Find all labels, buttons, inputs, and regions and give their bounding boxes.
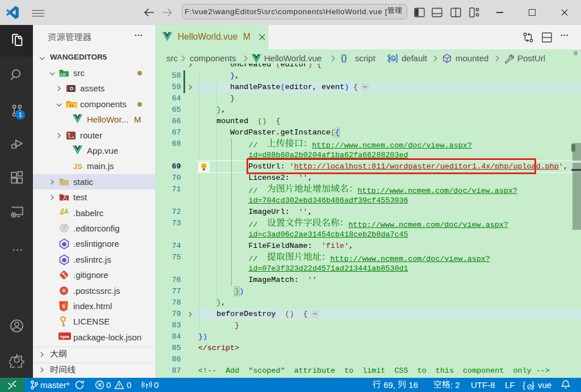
svg-text:npm: npm <box>60 334 69 339</box>
svg-text:JS: JS <box>73 162 82 171</box>
svg-text:5: 5 <box>62 304 65 309</box>
